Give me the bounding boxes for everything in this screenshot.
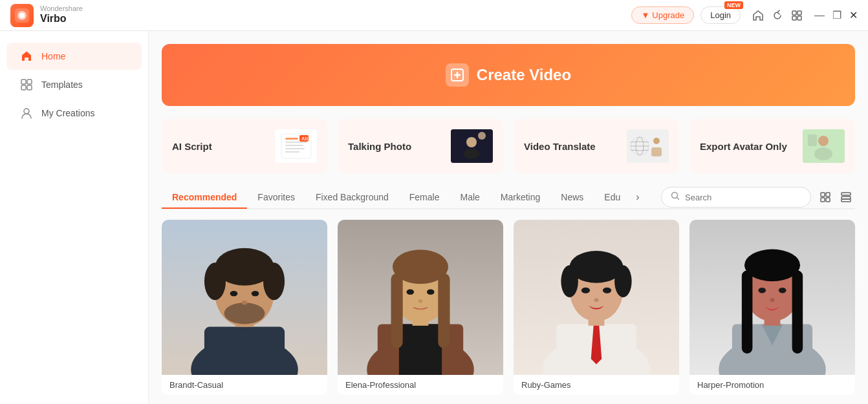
svg-point-86 <box>779 288 787 293</box>
svg-rect-4 <box>797 11 801 15</box>
home-icon[interactable] <box>752 10 764 21</box>
window-controls: — ❐ ✕ <box>814 10 858 21</box>
svg-point-53 <box>252 291 259 296</box>
filter-bar: Recommended Favorites Fixed Background F… <box>162 186 855 209</box>
svg-point-54 <box>242 301 247 305</box>
avatar-name-harper: Harper-Promotion <box>689 375 855 395</box>
feature-card-talking-photo[interactable]: Talking Photo <box>338 119 503 173</box>
svg-rect-61 <box>438 273 450 348</box>
svg-rect-57 <box>399 324 442 375</box>
feature-card-ai-script[interactable]: AI Script ABC <box>162 119 327 173</box>
svg-point-24 <box>478 132 486 140</box>
svg-rect-8 <box>27 80 32 84</box>
app-brand: Wondershare <box>40 5 83 12</box>
svg-rect-16 <box>285 145 303 146</box>
svg-rect-31 <box>651 147 662 156</box>
svg-text:ABC: ABC <box>301 136 312 142</box>
view-card-button[interactable] <box>816 188 834 206</box>
tab-news[interactable]: News <box>550 187 594 209</box>
minimize-button[interactable]: — <box>814 10 825 21</box>
svg-rect-38 <box>826 193 830 197</box>
svg-point-87 <box>770 298 775 302</box>
avatar-name-ruby: Ruby-Games <box>514 375 679 395</box>
tab-edu[interactable]: Edu <box>594 187 631 209</box>
svg-rect-45 <box>204 327 285 375</box>
tab-female[interactable]: Female <box>399 187 450 209</box>
svg-point-85 <box>758 288 766 293</box>
maximize-button[interactable]: ❐ <box>832 10 841 21</box>
svg-rect-83 <box>792 271 803 354</box>
tab-fixed-background[interactable]: Fixed Background <box>305 187 399 209</box>
svg-rect-41 <box>841 193 851 195</box>
svg-point-63 <box>406 290 414 295</box>
titlebar-right: ▼ Upgrade Login NEW <box>631 6 858 24</box>
grid-icon[interactable] <box>791 10 803 21</box>
svg-point-2 <box>19 13 25 18</box>
export-avatar-label: Export Avatar Only <box>700 141 787 152</box>
export-avatar-image <box>803 129 845 163</box>
tab-recommended[interactable]: Recommended <box>162 187 247 209</box>
titlebar-left: Wondershare Virbo <box>10 4 83 27</box>
tab-arrow-right[interactable]: › <box>631 186 644 208</box>
refresh-icon[interactable] <box>772 10 783 21</box>
avatar-card-brandt[interactable]: Brandt-Casual <box>162 220 327 395</box>
svg-point-11 <box>24 109 29 114</box>
tab-favorites[interactable]: Favorites <box>247 187 305 209</box>
svg-rect-6 <box>797 16 801 20</box>
close-button[interactable]: ✕ <box>849 10 858 21</box>
templates-nav-icon <box>19 78 34 92</box>
avatar-grid: Brandt-Casual <box>162 220 855 395</box>
login-button[interactable]: Login <box>700 6 741 24</box>
svg-rect-3 <box>792 11 796 15</box>
login-wrapper: Login NEW <box>700 6 741 24</box>
view-toggle <box>816 188 855 206</box>
svg-point-33 <box>818 136 829 146</box>
upgrade-label: Upgrade <box>652 10 684 20</box>
svg-point-73 <box>614 265 631 297</box>
svg-rect-60 <box>391 273 402 348</box>
svg-rect-40 <box>826 198 830 202</box>
svg-point-84 <box>744 250 800 282</box>
create-video-banner[interactable]: Create Video <box>162 44 855 106</box>
svg-rect-39 <box>821 198 825 202</box>
sidebar-item-label-templates: Templates <box>41 80 83 90</box>
svg-point-62 <box>393 250 448 284</box>
search-input[interactable] <box>685 193 801 202</box>
svg-point-72 <box>561 265 578 297</box>
svg-rect-7 <box>21 80 26 84</box>
svg-point-74 <box>581 288 590 293</box>
main-layout: Home Templates My Creations <box>0 31 868 404</box>
svg-rect-15 <box>285 142 307 143</box>
ai-script-label: AI Script <box>172 141 212 152</box>
sidebar-item-label-home: Home <box>41 51 65 61</box>
svg-rect-5 <box>792 16 796 20</box>
svg-rect-18 <box>285 151 299 153</box>
sidebar-item-templates[interactable]: Templates <box>6 71 142 98</box>
sidebar-item-home[interactable]: Home <box>6 43 142 70</box>
tab-male[interactable]: Male <box>450 187 490 209</box>
upgrade-button[interactable]: ▼ Upgrade <box>631 6 694 24</box>
app-logo <box>10 4 34 27</box>
avatar-card-ruby[interactable]: Ruby-Games <box>514 220 679 395</box>
create-video-icon <box>446 63 469 87</box>
feature-card-export-avatar[interactable]: Export Avatar Only <box>689 119 855 173</box>
search-box <box>661 187 811 207</box>
upgrade-arrow: ▼ <box>641 10 649 20</box>
avatar-card-harper[interactable]: Harper-Promotion <box>689 220 855 395</box>
svg-point-30 <box>653 138 660 144</box>
view-list-button[interactable] <box>837 188 855 206</box>
svg-point-52 <box>230 291 238 296</box>
sidebar-item-my-creations[interactable]: My Creations <box>6 100 142 127</box>
avatar-card-elena[interactable]: Elena-Professional <box>338 220 503 395</box>
sidebar: Home Templates My Creations <box>0 31 149 404</box>
svg-point-64 <box>427 290 435 295</box>
feature-card-video-translate[interactable]: Video Translate <box>514 119 679 173</box>
svg-point-51 <box>224 303 265 324</box>
svg-point-50 <box>263 262 285 300</box>
create-video-text: Create Video <box>477 66 571 84</box>
new-badge: NEW <box>724 1 743 9</box>
video-translate-image <box>627 129 669 163</box>
svg-point-22 <box>466 137 477 147</box>
svg-point-75 <box>603 288 611 293</box>
tab-marketing[interactable]: Marketing <box>490 187 550 209</box>
